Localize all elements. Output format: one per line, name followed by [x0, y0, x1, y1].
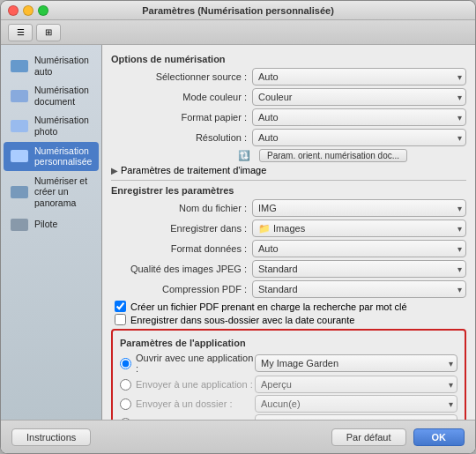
data-format-row: Format données : Auto: [111, 240, 466, 257]
data-format-label: Format données :: [111, 243, 252, 254]
sidebar: Numérisation auto Numérisation document …: [1, 45, 102, 420]
sidebar-item-custom[interactable]: Numérisation personnalisée: [4, 142, 99, 171]
sidebar-item-auto[interactable]: Numérisation auto: [4, 51, 99, 80]
radio-send-app-row: Envoyer à une application : Aperçu: [120, 376, 457, 393]
jpeg-quality-select-wrapper: Standard: [252, 260, 466, 278]
orient-icon: 🔃: [238, 150, 250, 161]
sidebar-item-stitch[interactable]: Numériser et créer un panorama: [4, 172, 99, 212]
radio-send-app[interactable]: [120, 379, 131, 391]
save-in-row: Enregistrer dans : 📁 Images: [111, 220, 466, 237]
list-icon: ☰: [17, 27, 25, 37]
paper-format-select-wrapper: Auto: [252, 108, 466, 126]
save-in-select-wrapper: 📁 Images: [252, 220, 466, 237]
scan-doc-icon: [9, 88, 30, 104]
main-window: Paramètres (Numérisation personnalisée) …: [0, 0, 476, 454]
sidebar-item-photo[interactable]: Numérisation photo: [4, 111, 99, 140]
custom-scan-icon: [9, 148, 30, 164]
source-label: Sélectionner source :: [111, 71, 252, 82]
collapse-arrow-icon: ▶: [111, 166, 118, 175]
color-mode-control: Couleur: [252, 88, 466, 106]
radio-open-app-row: Ouvrir avec une application : My Image G…: [120, 353, 457, 374]
paper-format-row: Format papier : Auto: [111, 108, 466, 126]
resolution-label: Résolution :: [111, 132, 252, 143]
save-in-control: 📁 Images: [252, 220, 466, 237]
main-content: Numérisation auto Numérisation document …: [1, 45, 475, 420]
right-panel: Options de numérisation Sélectionner sou…: [102, 45, 475, 420]
color-mode-select-wrapper: Couleur: [252, 88, 466, 106]
app-params-title: Paramètres de l'application: [120, 338, 457, 348]
sidebar-item-pilot[interactable]: Pilote: [4, 213, 99, 236]
bottom-bar: Instructions Par défaut OK: [1, 420, 475, 453]
pdf-compression-select[interactable]: Standard: [252, 280, 466, 298]
sidebar-label-document: Numérisation document: [34, 85, 93, 107]
source-select-wrapper: Auto: [252, 68, 466, 86]
data-format-control: Auto: [252, 240, 466, 257]
source-control: Auto: [252, 68, 466, 86]
sidebar-label-stitch: Numériser et créer un panorama: [34, 175, 93, 209]
resolution-row: Résolution : Auto: [111, 129, 466, 146]
subfolder-label: Enregistrer dans sous-dossier avec la da…: [130, 315, 354, 325]
traffic-lights: [8, 5, 48, 16]
sidebar-label-auto: Numérisation auto: [34, 55, 93, 77]
filename-row: Nom du fichier : IMG: [111, 199, 466, 217]
filename-select-wrapper: IMG: [252, 199, 466, 217]
orient-button[interactable]: Param. orient. numérisation doc...: [259, 149, 407, 162]
pdf-search-label: Créer un fichier PDF prenant en charge l…: [130, 301, 407, 312]
save-in-select[interactable]: 📁 Images: [252, 220, 466, 237]
data-format-select[interactable]: Auto: [252, 240, 466, 257]
jpeg-quality-control: Standard: [252, 260, 466, 278]
send-app-select-wrapper: Aperçu: [255, 376, 457, 393]
radio-send-folder[interactable]: [120, 398, 131, 410]
paper-format-select[interactable]: Auto: [252, 108, 466, 126]
color-mode-select[interactable]: Couleur: [252, 88, 466, 106]
sidebar-item-document[interactable]: Numérisation document: [4, 81, 99, 110]
maximize-button[interactable]: [38, 5, 48, 16]
filename-select[interactable]: IMG: [252, 199, 466, 217]
radio-send-folder-row: Envoyer à un dossier : Aucun(e): [120, 395, 457, 413]
close-button[interactable]: [8, 5, 19, 16]
radio-open-app[interactable]: [120, 358, 131, 369]
filename-label: Nom du fichier :: [111, 203, 252, 213]
ok-button[interactable]: OK: [413, 428, 465, 446]
jpeg-quality-select[interactable]: Standard: [252, 260, 466, 278]
image-processing-header[interactable]: ▶ Paramètres de traitement d'image: [111, 165, 466, 175]
instructions-button[interactable]: Instructions: [11, 428, 91, 446]
toolbar-grid-button[interactable]: ⊞: [36, 24, 61, 41]
resolution-select-wrapper: Auto: [252, 129, 466, 146]
resolution-select[interactable]: Auto: [252, 129, 466, 146]
source-row: Sélectionner source : Auto: [111, 68, 466, 86]
app-params-section: Paramètres de l'application Ouvrir avec …: [111, 329, 466, 420]
pdf-compression-label: Compression PDF :: [111, 284, 252, 294]
color-mode-label: Mode couleur :: [111, 92, 252, 102]
image-processing-label: Paramètres de traitement d'image: [121, 165, 266, 175]
pdf-compression-control: Standard: [252, 280, 466, 298]
minimize-button[interactable]: [23, 5, 33, 16]
jpeg-quality-row: Qualité des images JPEG : Standard: [111, 260, 466, 278]
open-app-select[interactable]: My Image Garden: [255, 354, 457, 372]
sidebar-label-pilot: Pilote: [34, 219, 57, 230]
pdf-compression-row: Compression PDF : Standard: [111, 280, 466, 298]
radio-open-app-label: Ouvrir avec une application :: [136, 353, 255, 374]
source-select[interactable]: Auto: [252, 68, 466, 86]
send-app-select[interactable]: Aperçu: [255, 376, 457, 393]
toolbar-list-button[interactable]: ☰: [8, 24, 33, 41]
subfolder-checkbox[interactable]: [115, 314, 126, 325]
separator-1: [111, 180, 466, 181]
open-app-select-wrapper: My Image Garden: [255, 354, 457, 372]
pdf-checkbox-row: Créer un fichier PDF prenant en charge l…: [111, 301, 466, 312]
radio-send-folder-label: Envoyer à un dossier :: [136, 398, 255, 409]
send-folder-select-wrapper: Aucun(e): [255, 395, 457, 413]
radio-send-app-label: Envoyer à une application :: [136, 379, 255, 390]
titlebar: Paramètres (Numérisation personnalisée): [1, 1, 475, 20]
toolbar: ☰ ⊞: [1, 20, 475, 45]
send-folder-select[interactable]: Aucun(e): [255, 395, 457, 413]
email-select[interactable]: Aucun(e) (Joindre manuellement): [255, 414, 457, 420]
default-button[interactable]: Par défaut: [331, 428, 406, 446]
pdf-compression-select-wrapper: Standard: [252, 280, 466, 298]
pdf-search-checkbox[interactable]: [115, 301, 126, 312]
email-select-wrapper: Aucun(e) (Joindre manuellement): [255, 414, 457, 420]
orient-row: 🔃 Param. orient. numérisation doc...: [111, 149, 466, 162]
jpeg-quality-label: Qualité des images JPEG :: [111, 264, 252, 274]
save-settings-title: Enregistrer les paramètres: [111, 185, 466, 196]
sidebar-label-photo: Numérisation photo: [34, 115, 93, 137]
